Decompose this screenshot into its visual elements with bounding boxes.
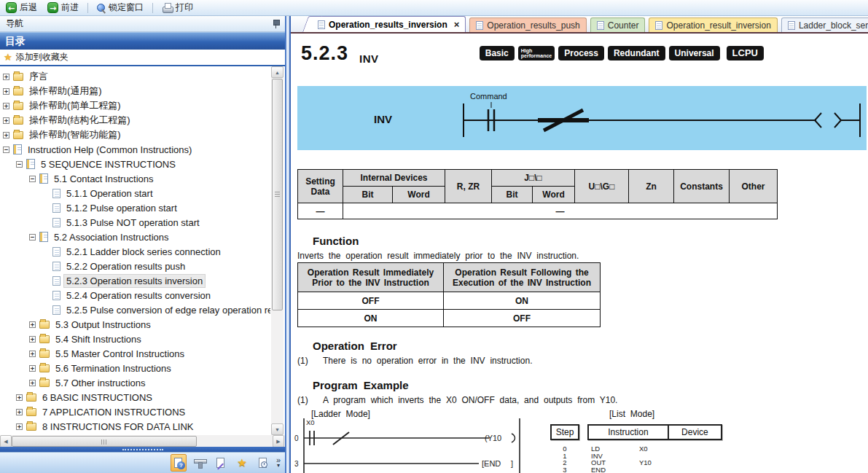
- error-item-number: (1): [297, 356, 308, 366]
- contact-x0-label: X0: [306, 418, 315, 426]
- end-bracket: ]: [511, 459, 513, 468]
- col-word: Word: [393, 187, 445, 203]
- expander-plus-icon[interactable]: +: [3, 132, 9, 138]
- history-tab-button[interactable]: [255, 454, 271, 472]
- tree-item[interactable]: 5.2.5 Pulse conversion of edge relay ope…: [0, 302, 270, 317]
- expander-plus-icon[interactable]: +: [3, 74, 9, 80]
- tree-item[interactable]: +操作帮助(智能功能篇): [0, 128, 270, 142]
- expander-plus-icon[interactable]: +: [16, 394, 23, 401]
- tree-item[interactable]: −Instruction Help (Common Instructions): [0, 142, 270, 157]
- vertical-scroll-thumb[interactable]: [272, 79, 283, 310]
- badge-high-performance: Highperformance: [518, 46, 555, 60]
- tab-label: Operation_results_push: [487, 20, 579, 31]
- page-icon: [52, 291, 60, 300]
- horizontal-splitter[interactable]: [0, 447, 285, 452]
- tree-item[interactable]: −5.1 Contact Instructions: [0, 171, 270, 186]
- diagram-inv-label: INV: [374, 113, 392, 125]
- tree-item[interactable]: +5.7 Other instructions: [0, 375, 270, 390]
- horizontal-scroll-thumb[interactable]: [12, 436, 197, 447]
- tab-counter[interactable]: Counter: [590, 17, 646, 32]
- expander-plus-icon[interactable]: +: [3, 88, 9, 95]
- tree-item[interactable]: 5.1.1 Operation start: [0, 186, 270, 200]
- tree-item-label: 5.5 Master Control Instructions: [53, 348, 187, 360]
- program-example-text: A program which inverts the X0 ON/OFF da…: [323, 395, 731, 405]
- navigation-pane: 导航 目录 ★ 添加到收藏夹 +序言 +操作帮助(通用篇) +操作帮助(简单工程…: [0, 16, 285, 473]
- favorites-star-icon: ★: [237, 456, 246, 469]
- tree-horizontal-scrollbar[interactable]: ◀ ▶: [0, 435, 285, 447]
- expander-plus-icon[interactable]: +: [3, 103, 9, 109]
- tree-item[interactable]: +7 APPLICATION INSTRUCTIONS: [0, 404, 270, 419]
- tree-item[interactable]: −5.2 Association Instructions: [0, 230, 270, 244]
- forward-label: 前进: [61, 1, 79, 14]
- rung-step-0: 0: [294, 434, 299, 442]
- index-tab-button[interactable]: [192, 454, 208, 472]
- print-button[interactable]: 打印: [159, 1, 196, 15]
- pane-divider[interactable]: [285, 16, 291, 473]
- expander-minus-icon[interactable]: −: [29, 234, 36, 241]
- expander-minus-icon[interactable]: −: [3, 146, 9, 153]
- expander-plus-icon[interactable]: +: [29, 321, 36, 328]
- list-mode-rows: 0LDX0 1INV 2OUTY10 3END: [550, 445, 740, 473]
- expander-plus-icon[interactable]: +: [3, 117, 9, 124]
- col-zn: Zn: [629, 170, 674, 203]
- tree-item[interactable]: +5.6 Termination Instructions: [0, 361, 270, 375]
- forward-button[interactable]: → 前进: [44, 1, 82, 15]
- tree-item[interactable]: +操作帮助(通用篇): [0, 84, 270, 98]
- pin-icon: [97, 3, 106, 13]
- close-icon[interactable]: ×: [454, 19, 460, 30]
- expander-plus-icon[interactable]: +: [29, 380, 36, 386]
- tab-operation-results-push[interactable]: Operation_results_push: [469, 17, 586, 32]
- diagram-command-label: Command: [470, 92, 507, 101]
- tree-item[interactable]: 5.2.2 Operation results push: [0, 259, 270, 273]
- tree-item[interactable]: 5.2.4 Operation results conversion: [0, 288, 270, 302]
- tree-item[interactable]: +6 BASIC INSTRUCTIONS: [0, 390, 270, 404]
- rung-step-3: 3: [294, 460, 299, 468]
- scroll-right-button[interactable]: ▶: [273, 435, 284, 447]
- add-to-favorites-button[interactable]: ★ 添加到收藏夹: [0, 50, 285, 66]
- expander-plus-icon[interactable]: +: [16, 423, 23, 430]
- fn-cell: OFF: [298, 292, 444, 310]
- tree-vertical-scrollbar[interactable]: ▲ ▼: [271, 66, 284, 435]
- expander-plus-icon[interactable]: +: [29, 351, 36, 357]
- tree-item[interactable]: 5.1.3 Pulse NOT operation start: [0, 215, 270, 230]
- folder-icon: [39, 350, 50, 358]
- toolbar-separator: [87, 3, 88, 13]
- back-button[interactable]: ← 后退: [3, 1, 40, 15]
- help-viewer-window: ← 后退 → 前进 锁定窗口 打印 导航 目录 ★ 添加到收藏夹: [0, 0, 868, 473]
- tab-ladder-block-series[interactable]: Ladder_block_series: [781, 17, 868, 32]
- tree-item[interactable]: +5.3 Output Instructions: [0, 317, 270, 332]
- auto-hide-pin-icon[interactable]: [273, 19, 279, 28]
- expander-minus-icon[interactable]: −: [16, 161, 23, 168]
- col-j: J□\□: [492, 170, 575, 187]
- tree-item[interactable]: +8 INSTRUCTIONS FOR DATA LINK: [0, 419, 270, 434]
- tree-item-selected[interactable]: 5.2.3 Operation results inversion: [0, 273, 270, 288]
- instruction-format-diagram: INV Command: [297, 86, 867, 150]
- favorites-tab-button[interactable]: ★: [234, 454, 250, 472]
- expander-plus-icon[interactable]: +: [29, 365, 36, 372]
- expander-plus-icon[interactable]: +: [16, 409, 23, 415]
- tree-item[interactable]: −5 SEQUENCE INSTRUCTIONS: [0, 157, 270, 171]
- tree-item[interactable]: +操作帮助(简单工程篇): [0, 98, 270, 113]
- search-tab-button[interactable]: [213, 454, 229, 472]
- tree-item[interactable]: +序言: [0, 69, 270, 84]
- tab-operation-result-inversion[interactable]: Operation_result_inversion: [649, 17, 777, 32]
- expander-minus-icon[interactable]: −: [29, 176, 36, 182]
- tree-item[interactable]: +5.4 Shift Instructions: [0, 332, 270, 346]
- expander-plus-icon[interactable]: +: [29, 336, 36, 343]
- tree-item[interactable]: 5.2.1 Ladder block series connection: [0, 244, 270, 259]
- scroll-left-button[interactable]: ◀: [0, 435, 12, 447]
- tree-item-label: 5.1.1 Operation start: [64, 187, 155, 200]
- page-title: INV: [359, 52, 379, 65]
- toolbar-overflow-button[interactable]: » ▾: [276, 457, 281, 469]
- tree-item[interactable]: +操作帮助(结构化工程篇): [0, 113, 270, 128]
- contents-tab-button[interactable]: ?: [171, 454, 187, 472]
- lock-window-button[interactable]: 锁定窗口: [94, 1, 146, 15]
- tree-item[interactable]: 5.1.2 Pulse operation start: [0, 200, 270, 215]
- tree-item[interactable]: +5.5 Master Control Instructions: [0, 346, 270, 361]
- document-icon: [476, 21, 483, 30]
- list-row: 0LDX0: [550, 445, 740, 453]
- scroll-up-button[interactable]: ▲: [271, 66, 284, 78]
- tab-operation-results-inversion[interactable]: Operation_results_inversion ×: [311, 16, 466, 32]
- scroll-down-button[interactable]: ▼: [271, 423, 284, 435]
- col-bit: Bit: [343, 187, 393, 203]
